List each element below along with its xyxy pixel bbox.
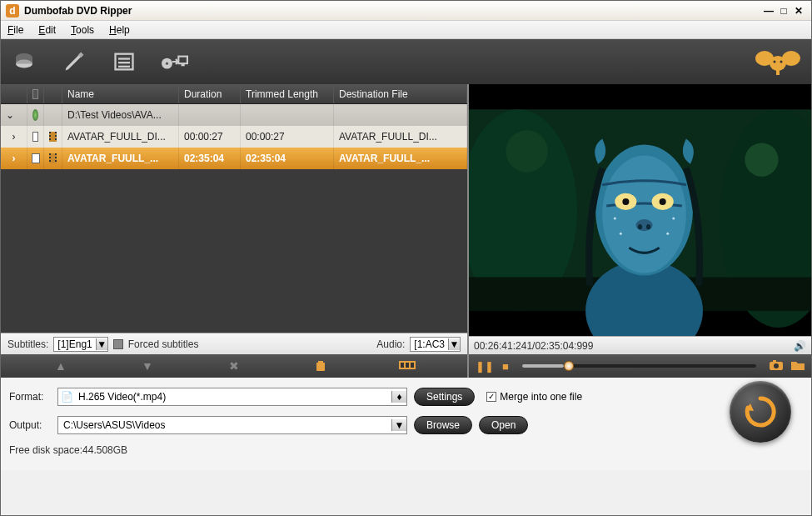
- disc-icon: [32, 109, 38, 121]
- minimize-button[interactable]: —: [761, 5, 776, 17]
- output-dropdown-button[interactable]: ▼: [391, 419, 406, 431]
- row-name: AVATAR_FUULL_...: [62, 148, 179, 169]
- row-name: AVATAR_FUULL_DI...: [62, 126, 179, 148]
- forced-subtitles-checkbox[interactable]: [113, 339, 123, 349]
- svg-rect-42: [773, 360, 776, 363]
- move-down-button[interactable]: ▼: [137, 359, 157, 373]
- svg-rect-7: [178, 57, 187, 64]
- open-button[interactable]: Open: [479, 416, 528, 434]
- audio-label: Audio:: [376, 338, 405, 350]
- chevron-down-icon: ▼: [448, 338, 460, 350]
- svg-rect-14: [776, 70, 780, 75]
- subtitles-combo[interactable]: [1]Eng1▼: [53, 337, 107, 352]
- output-label: Output:: [9, 419, 51, 431]
- table-row-selected[interactable]: › AVATAR_FUULL_... 02:35:04 02:35:04 AVA…: [1, 148, 467, 169]
- output-value: C:\Users\ASUS\Videos: [58, 419, 391, 431]
- menu-file[interactable]: File: [7, 24, 23, 36]
- svg-point-30: [660, 198, 666, 205]
- svg-point-32: [638, 224, 642, 229]
- chevron-down-icon: ▼: [96, 338, 107, 350]
- convert-button[interactable]: [730, 381, 791, 443]
- col-duration[interactable]: Duration: [179, 84, 241, 103]
- merge-option[interactable]: Merge into one file: [486, 391, 582, 403]
- preview-time-strip: 00:26:41:241/02:35:04:999 🔊: [469, 336, 811, 354]
- list-button[interactable]: [109, 47, 139, 77]
- maximize-button[interactable]: □: [776, 5, 791, 17]
- pause-button[interactable]: ❚❚: [476, 360, 494, 373]
- film-icon: [49, 132, 57, 142]
- seek-knob[interactable]: [564, 361, 574, 371]
- main-area: Name Duration Trimmed Length Destination…: [1, 84, 811, 378]
- disc-to-screen-button[interactable]: [159, 47, 189, 77]
- col-checkbox[interactable]: [27, 84, 44, 103]
- playback-controls: ❚❚ ■: [469, 354, 811, 378]
- table-body: D:\Test Videos\AVA... › AVATAR_FUULL_DI.…: [1, 104, 467, 333]
- film-icon: [49, 153, 57, 163]
- svg-point-13: [780, 61, 783, 63]
- svg-point-10: [755, 51, 774, 66]
- svg-point-12: [774, 61, 776, 63]
- menu-edit[interactable]: Edit: [38, 24, 56, 36]
- table-row[interactable]: › AVATAR_FUULL_DI... 00:00:27 00:00:27 A…: [1, 126, 467, 148]
- clear-button[interactable]: [311, 358, 331, 374]
- video-preview[interactable]: [469, 84, 811, 336]
- open-folder-button[interactable]: [791, 360, 805, 373]
- row-trimmed: 00:00:27: [241, 126, 334, 148]
- menu-help[interactable]: Help: [109, 24, 130, 36]
- svg-point-34: [614, 218, 616, 220]
- col-trimmed[interactable]: Trimmed Length: [241, 84, 334, 103]
- browse-button[interactable]: Browse: [414, 416, 472, 434]
- row-dest: AVATAR_FUULL_DI...: [334, 126, 467, 148]
- remove-button[interactable]: ✖: [224, 359, 244, 373]
- row-duration: 02:35:04: [179, 148, 241, 169]
- svg-point-41: [774, 363, 779, 368]
- free-disk-label: Free disk space:44.508GB: [9, 444, 803, 456]
- svg-point-33: [646, 224, 650, 229]
- row-duration: 00:00:27: [179, 126, 241, 148]
- svg-point-29: [622, 198, 629, 205]
- merge-label: Merge into one file: [500, 391, 582, 403]
- menu-bar: File Edit Tools Help: [1, 21, 811, 39]
- format-dropdown-button[interactable]: ♦: [391, 391, 406, 403]
- format-field[interactable]: 📄 H.265 Video(*.mp4) ♦: [57, 388, 407, 406]
- svg-point-11: [782, 51, 800, 66]
- col-dest[interactable]: Destination File: [334, 84, 467, 103]
- format-label: Format:: [9, 391, 51, 403]
- output-field[interactable]: C:\Users\ASUS\Videos ▼: [57, 416, 407, 434]
- move-up-button[interactable]: ▲: [51, 359, 71, 373]
- volume-icon[interactable]: 🔊: [794, 340, 806, 352]
- row-checkbox[interactable]: [32, 153, 40, 163]
- row-dest: AVATAR_FUULL_...: [334, 148, 467, 169]
- load-disc-button[interactable]: [9, 47, 39, 77]
- root-name: D:\Test Videos\AVA...: [62, 104, 179, 126]
- seek-slider[interactable]: [522, 364, 756, 368]
- title-bar: d Dumbofab DVD Ripper — □ ✕: [1, 1, 811, 21]
- table-row-root[interactable]: D:\Test Videos\AVA...: [1, 104, 467, 126]
- col-name[interactable]: Name: [62, 84, 179, 103]
- snapshot-button[interactable]: [770, 360, 783, 373]
- audio-combo[interactable]: [1:AC3▼: [410, 337, 461, 352]
- svg-point-6: [166, 63, 168, 65]
- format-value: H.265 Video(*.mp4): [75, 391, 391, 403]
- merge-checkbox[interactable]: [486, 392, 496, 402]
- svg-rect-8: [182, 63, 185, 66]
- svg-point-31: [635, 219, 652, 231]
- expand-toggle[interactable]: [1, 104, 27, 126]
- subtitle-audio-strip: Subtitles: [1]Eng1▼ Forced subtitles Aud…: [1, 333, 467, 354]
- svg-point-37: [666, 233, 669, 235]
- close-button[interactable]: ✕: [791, 5, 806, 17]
- row-checkbox[interactable]: [32, 132, 38, 142]
- preview-pane: 00:26:41:241/02:35:04:999 🔊 ❚❚ ■: [469, 84, 811, 378]
- menu-tools[interactable]: Tools: [71, 24, 94, 36]
- svg-point-36: [620, 233, 622, 235]
- bottom-panel: Format: 📄 H.265 Video(*.mp4) ♦ Settings …: [1, 378, 811, 470]
- mp4-icon: 📄: [58, 391, 75, 403]
- brand-logo-icon: [753, 45, 803, 78]
- svg-rect-16: [401, 363, 404, 368]
- stop-button[interactable]: ■: [502, 360, 509, 373]
- trim-button[interactable]: [397, 359, 417, 373]
- list-action-strip: ▲ ▼ ✖: [1, 354, 467, 378]
- settings-button[interactable]: Settings: [414, 388, 475, 406]
- edit-button[interactable]: [59, 47, 89, 77]
- svg-point-38: [745, 143, 778, 176]
